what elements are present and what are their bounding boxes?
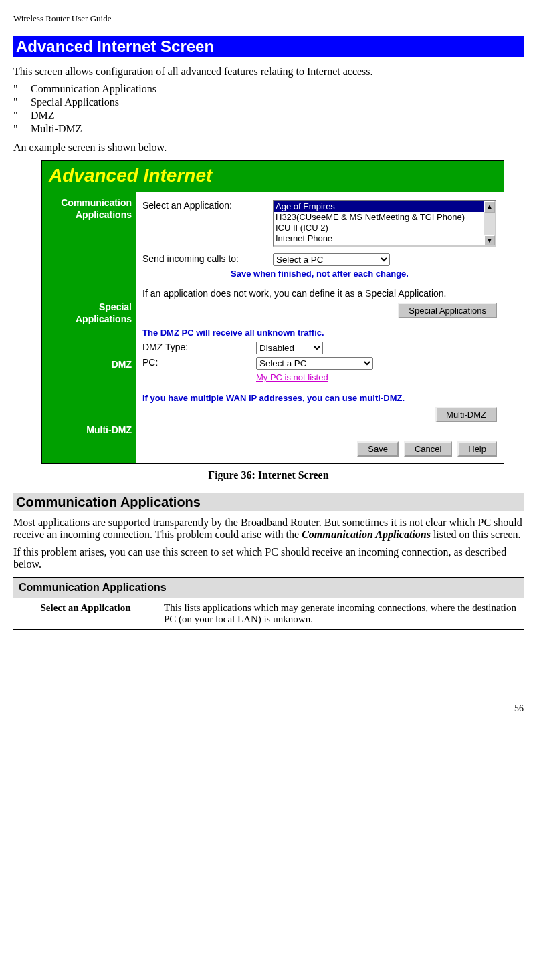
my-pc-not-listed-link[interactable]: My PC is not listed: [256, 372, 328, 382]
bullet-mark: ": [13, 83, 31, 95]
special-app-text: If an application does not work, you can…: [142, 288, 497, 299]
listbox-option[interactable]: ICU II (ICU 2): [274, 223, 495, 233]
dmz-pc-label: PC:: [142, 357, 256, 368]
figure-title-bar: Advanced Internet: [42, 161, 504, 192]
multi-dmz-note: If you have multiple WAN IP addresses, y…: [142, 393, 497, 403]
dmz-pc-select[interactable]: Select a PC: [256, 357, 373, 370]
special-applications-button[interactable]: Special Applications: [398, 303, 497, 318]
figure-title: Advanced Internet: [49, 165, 212, 186]
figure-advanced-internet: Advanced Internet Communication Applicat…: [41, 160, 504, 464]
intro-text: This screen allows configuration of all …: [13, 66, 524, 78]
table-row: Select an Application This lists applica…: [13, 598, 524, 630]
list-item: " Communication Applications: [13, 83, 524, 95]
bullet-text: Multi-DMZ: [31, 123, 82, 135]
listbox-option[interactable]: Age of Empires: [274, 201, 495, 212]
list-item: " Multi-DMZ: [13, 123, 524, 135]
section-title: Advanced Internet Screen: [13, 36, 524, 57]
comm-para2: If this problem arises, you can use this…: [13, 546, 524, 570]
select-app-label: Select an Application:: [142, 200, 273, 211]
help-button[interactable]: Help: [457, 441, 497, 457]
save-button[interactable]: Save: [357, 441, 399, 457]
table-header: Communication Applications: [13, 578, 524, 598]
table-cell-text: This lists applications which may genera…: [158, 598, 524, 630]
bullet-mark: ": [13, 96, 31, 108]
multi-dmz-button[interactable]: Multi-DMZ: [435, 407, 497, 422]
sidebar-label-multi: Multi-DMZ: [45, 424, 132, 435]
save-note: Save when finished, not after each chang…: [142, 269, 497, 279]
list-item: " Special Applications: [13, 96, 524, 108]
cancel-button[interactable]: Cancel: [404, 441, 452, 457]
figure-main: Select an Application: Age of Empires H3…: [136, 192, 504, 463]
sidebar-label-comm: Communication: [45, 197, 132, 208]
bullet-text: Special Applications: [31, 96, 119, 108]
dmz-type-label: DMZ Type:: [142, 342, 256, 352]
figure-sidebar: Communication Applications Special Appli…: [42, 192, 136, 463]
listbox-option[interactable]: H323(CUseeME & MS NetMeeting & TGI Phone…: [274, 212, 495, 223]
example-line: An example screen is shown below.: [13, 142, 524, 154]
bullet-mark: ": [13, 110, 31, 122]
text-span: listed on this screen.: [431, 529, 521, 540]
table-cell-label: Select an Application: [13, 598, 158, 630]
dmz-type-select[interactable]: Disabled: [256, 342, 323, 354]
dmz-note: The DMZ PC will receive all unknown traf…: [142, 328, 497, 338]
send-calls-select[interactable]: Select a PC: [273, 253, 390, 266]
text-emphasis: Communication Applications: [302, 529, 431, 540]
scroll-up-icon[interactable]: ▲: [484, 201, 495, 213]
figure-caption: Figure 36: Internet Screen: [13, 469, 524, 481]
scrollbar[interactable]: ▲ ▼: [484, 201, 495, 245]
sidebar-label-dmz: DMZ: [45, 359, 132, 370]
doc-header: Wireless Router User Guide: [13, 13, 524, 24]
listbox-option[interactable]: Internet Phone: [274, 233, 495, 244]
bullet-text: Communication Applications: [31, 83, 156, 95]
sidebar-label-special2: Applications: [45, 314, 132, 324]
list-item: " DMZ: [13, 110, 524, 122]
bullet-mark: ": [13, 123, 31, 135]
sidebar-label-comm2: Applications: [45, 209, 132, 220]
page-number: 56: [13, 703, 524, 714]
application-listbox[interactable]: Age of Empires H323(CUseeME & MS NetMeet…: [273, 200, 496, 247]
bullet-text: DMZ: [31, 110, 55, 122]
bullet-list: " Communication Applications " Special A…: [13, 83, 524, 135]
scroll-down-icon[interactable]: ▼: [484, 235, 495, 247]
comm-apps-table: Communication Applications Select an App…: [13, 577, 524, 630]
send-calls-label: Send incoming calls to:: [142, 253, 273, 264]
comm-apps-heading: Communication Applications: [13, 493, 524, 511]
comm-para1: Most applications are supported transpar…: [13, 517, 524, 541]
sidebar-label-special: Special: [45, 301, 132, 312]
